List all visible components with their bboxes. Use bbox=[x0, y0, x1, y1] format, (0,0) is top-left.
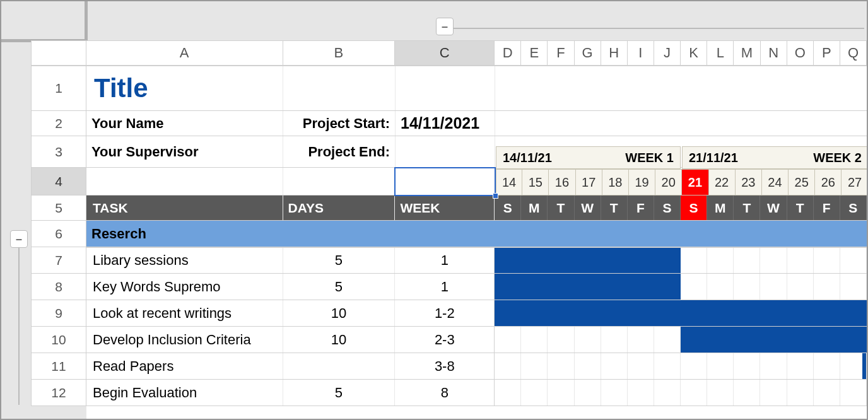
row-header-1[interactable]: 1 bbox=[31, 66, 86, 111]
gantt-cell[interactable] bbox=[681, 248, 707, 273]
gantt-cell[interactable] bbox=[814, 327, 840, 353]
gantt-cell[interactable] bbox=[734, 300, 760, 326]
row-header-2[interactable]: 2 bbox=[31, 111, 86, 136]
task-days[interactable]: 10 bbox=[283, 300, 396, 326]
gantt-cell[interactable] bbox=[814, 248, 840, 273]
gantt-cell[interactable] bbox=[628, 380, 654, 405]
gantt-cell[interactable] bbox=[495, 380, 521, 405]
gantt-cell[interactable] bbox=[681, 274, 707, 300]
gantt-cell[interactable] bbox=[575, 380, 601, 405]
gantt-cell[interactable] bbox=[628, 274, 654, 300]
gantt-cell[interactable] bbox=[840, 248, 867, 273]
task-name[interactable]: Libary sessions bbox=[86, 248, 283, 273]
row-header-3[interactable]: 3 bbox=[31, 136, 86, 168]
cell-B1[interactable] bbox=[283, 66, 396, 110]
gantt-cell[interactable] bbox=[707, 380, 734, 405]
row-header-11[interactable]: 11 bbox=[31, 353, 86, 380]
gantt-cell[interactable] bbox=[787, 353, 814, 379]
cell-C4[interactable] bbox=[396, 168, 495, 195]
task-week[interactable]: 1 bbox=[395, 274, 495, 300]
task-days[interactable]: 10 bbox=[283, 327, 396, 353]
task-days[interactable]: 5 bbox=[283, 248, 396, 273]
header-week[interactable]: WEEK bbox=[395, 195, 495, 220]
gantt-cell[interactable] bbox=[548, 248, 574, 273]
col-header-P[interactable]: P bbox=[814, 40, 840, 66]
project-end-value[interactable] bbox=[396, 136, 495, 167]
row-header-5[interactable]: 5 bbox=[31, 195, 86, 221]
task-name[interactable]: Key Words Supremo bbox=[86, 274, 283, 300]
task-days[interactable]: 5 bbox=[283, 274, 396, 300]
row-header-9[interactable]: 9 bbox=[31, 300, 86, 327]
col-header-I[interactable]: I bbox=[628, 40, 654, 66]
gantt-cell[interactable] bbox=[575, 353, 601, 379]
task-name[interactable]: Look at recent writings bbox=[86, 300, 283, 326]
select-all-corner[interactable] bbox=[31, 40, 86, 66]
gantt-cell[interactable] bbox=[495, 274, 521, 300]
col-header-D[interactable]: D bbox=[495, 40, 521, 66]
gantt-cell[interactable] bbox=[601, 274, 628, 300]
gantt-cell[interactable] bbox=[521, 353, 548, 379]
task-name[interactable]: Read Papers bbox=[86, 353, 283, 379]
project-start-label[interactable]: Project Start: bbox=[283, 111, 396, 136]
gantt-cell[interactable] bbox=[654, 353, 681, 379]
cells-D2-Q2[interactable] bbox=[495, 111, 867, 136]
gantt-cell[interactable] bbox=[681, 353, 707, 379]
col-header-K[interactable]: K bbox=[681, 40, 707, 66]
col-header-C[interactable]: C bbox=[395, 40, 495, 66]
cells-D1-Q1[interactable] bbox=[495, 66, 867, 110]
selection-fill-handle[interactable] bbox=[493, 193, 498, 199]
gantt-cell[interactable] bbox=[495, 327, 521, 353]
data-grid[interactable]: Title Your Name Project Start: 14/11/202… bbox=[86, 66, 867, 419]
gantt-cell[interactable] bbox=[495, 300, 521, 326]
gantt-cell[interactable] bbox=[681, 380, 707, 405]
row-header-4[interactable]: 4 bbox=[31, 168, 86, 195]
gantt-cell[interactable] bbox=[601, 300, 628, 326]
gantt-cell[interactable] bbox=[814, 380, 840, 405]
gantt-cell[interactable] bbox=[707, 353, 734, 379]
gantt-cell[interactable] bbox=[548, 380, 574, 405]
gantt-cell[interactable] bbox=[575, 248, 601, 273]
gantt-cell[interactable] bbox=[707, 274, 734, 300]
task-week[interactable]: 3-8 bbox=[395, 353, 495, 379]
gantt-cell[interactable] bbox=[548, 300, 574, 326]
gantt-cell[interactable] bbox=[575, 300, 601, 326]
gantt-cell[interactable] bbox=[760, 327, 787, 353]
project-start-value[interactable]: 14/11/2021 bbox=[396, 111, 495, 136]
gantt-cell[interactable] bbox=[548, 274, 574, 300]
task-week[interactable]: 1 bbox=[395, 248, 495, 273]
gantt-cell[interactable] bbox=[681, 327, 707, 353]
task-days[interactable]: 5 bbox=[283, 380, 396, 405]
outline-collapse-rows-button[interactable]: – bbox=[10, 230, 28, 248]
gantt-cell[interactable] bbox=[814, 353, 840, 379]
gantt-cell[interactable] bbox=[734, 380, 760, 405]
task-week[interactable]: 8 bbox=[395, 380, 495, 405]
project-end-label[interactable]: Project End: bbox=[283, 136, 396, 167]
gantt-cell[interactable] bbox=[521, 274, 548, 300]
gantt-cell[interactable] bbox=[840, 327, 867, 353]
gantt-cell[interactable] bbox=[814, 300, 840, 326]
gantt-cell[interactable] bbox=[840, 300, 867, 326]
your-name-label[interactable]: Your Name bbox=[86, 111, 283, 136]
col-header-J[interactable]: J bbox=[654, 40, 681, 66]
gantt-cell[interactable] bbox=[548, 353, 574, 379]
gantt-cell[interactable] bbox=[760, 353, 787, 379]
gantt-cell[interactable] bbox=[654, 327, 681, 353]
gantt-cell[interactable] bbox=[707, 327, 734, 353]
header-days[interactable]: DAYS bbox=[283, 195, 396, 220]
col-header-G[interactable]: G bbox=[575, 40, 601, 66]
col-header-O[interactable]: O bbox=[787, 40, 814, 66]
gantt-cell[interactable] bbox=[654, 380, 681, 405]
gantt-cell[interactable] bbox=[495, 248, 521, 273]
gantt-cell[interactable] bbox=[787, 380, 814, 405]
category-label[interactable]: Reserch bbox=[86, 221, 283, 247]
gantt-cell[interactable] bbox=[575, 327, 601, 353]
title-cell[interactable]: Title bbox=[86, 66, 283, 110]
task-week[interactable]: 1-2 bbox=[395, 300, 495, 326]
gantt-cell[interactable] bbox=[760, 274, 787, 300]
gantt-cell[interactable] bbox=[787, 300, 814, 326]
gantt-cell[interactable] bbox=[628, 353, 654, 379]
gantt-cell[interactable] bbox=[734, 248, 760, 273]
task-week[interactable]: 2-3 bbox=[395, 327, 495, 353]
col-header-B[interactable]: B bbox=[283, 40, 396, 66]
gantt-cell[interactable] bbox=[787, 248, 814, 273]
